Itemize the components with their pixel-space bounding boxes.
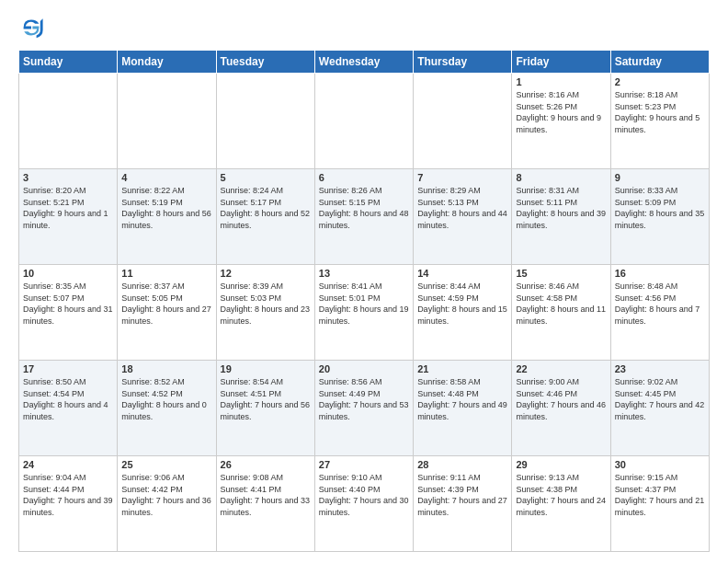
day-info: Sunrise: 8:31 AM Sunset: 5:11 PM Dayligh… (516, 185, 606, 231)
day-info: Sunrise: 8:54 AM Sunset: 4:51 PM Dayligh… (221, 376, 311, 422)
calendar-cell: 18Sunrise: 8:52 AM Sunset: 4:52 PM Dayli… (118, 361, 216, 456)
calendar-cell: 11Sunrise: 8:37 AM Sunset: 5:05 PM Dayli… (118, 265, 216, 361)
calendar-cell: 29Sunrise: 9:13 AM Sunset: 4:38 PM Dayli… (512, 456, 610, 552)
calendar-cell: 15Sunrise: 8:46 AM Sunset: 4:58 PM Dayli… (512, 265, 610, 361)
calendar-cell: 27Sunrise: 9:10 AM Sunset: 4:40 PM Dayli… (314, 456, 413, 552)
calendar-cell (216, 74, 314, 169)
calendar-week-row: 10Sunrise: 8:35 AM Sunset: 5:07 PM Dayli… (19, 265, 710, 361)
day-number: 25 (121, 459, 211, 470)
day-info: Sunrise: 9:08 AM Sunset: 4:41 PM Dayligh… (221, 472, 311, 518)
day-number: 20 (319, 363, 409, 374)
calendar-day-header-sunday: Sunday (19, 51, 118, 74)
header (18, 15, 710, 40)
calendar-cell: 14Sunrise: 8:44 AM Sunset: 4:59 PM Dayli… (414, 265, 512, 361)
day-info: Sunrise: 8:29 AM Sunset: 5:13 PM Dayligh… (417, 185, 507, 231)
day-number: 8 (516, 172, 606, 183)
day-info: Sunrise: 8:26 AM Sunset: 5:15 PM Dayligh… (319, 185, 409, 231)
calendar-day-header-friday: Friday (512, 51, 610, 74)
calendar-cell: 13Sunrise: 8:41 AM Sunset: 5:01 PM Dayli… (314, 265, 413, 361)
page: SundayMondayTuesdayWednesdayThursdayFrid… (0, 0, 728, 563)
day-info: Sunrise: 8:35 AM Sunset: 5:07 PM Dayligh… (23, 281, 113, 327)
calendar-cell: 4Sunrise: 8:22 AM Sunset: 5:19 PM Daylig… (118, 169, 216, 265)
day-number: 19 (221, 363, 311, 374)
day-info: Sunrise: 8:52 AM Sunset: 4:52 PM Dayligh… (121, 376, 211, 422)
day-number: 29 (516, 459, 606, 470)
day-number: 24 (23, 459, 113, 470)
day-info: Sunrise: 9:13 AM Sunset: 4:38 PM Dayligh… (516, 472, 606, 518)
calendar-week-row: 17Sunrise: 8:50 AM Sunset: 4:54 PM Dayli… (19, 361, 710, 456)
day-number: 23 (615, 363, 705, 374)
day-number: 10 (23, 268, 113, 279)
calendar-cell: 19Sunrise: 8:54 AM Sunset: 4:51 PM Dayli… (216, 361, 314, 456)
calendar-week-row: 1Sunrise: 8:16 AM Sunset: 5:26 PM Daylig… (19, 74, 710, 169)
day-info: Sunrise: 8:39 AM Sunset: 5:03 PM Dayligh… (221, 281, 311, 327)
day-info: Sunrise: 9:11 AM Sunset: 4:39 PM Dayligh… (417, 472, 507, 518)
day-info: Sunrise: 8:56 AM Sunset: 4:49 PM Dayligh… (319, 376, 409, 422)
day-number: 5 (221, 172, 311, 183)
day-info: Sunrise: 8:50 AM Sunset: 4:54 PM Dayligh… (23, 376, 113, 422)
day-number: 3 (23, 172, 113, 183)
day-info: Sunrise: 8:58 AM Sunset: 4:48 PM Dayligh… (417, 376, 507, 422)
calendar-cell: 16Sunrise: 8:48 AM Sunset: 4:56 PM Dayli… (610, 265, 709, 361)
day-info: Sunrise: 8:46 AM Sunset: 4:58 PM Dayligh… (516, 281, 606, 327)
day-info: Sunrise: 8:33 AM Sunset: 5:09 PM Dayligh… (615, 185, 705, 231)
day-number: 27 (319, 459, 409, 470)
day-number: 26 (221, 459, 311, 470)
calendar-cell: 30Sunrise: 9:15 AM Sunset: 4:37 PM Dayli… (610, 456, 709, 552)
calendar-cell: 24Sunrise: 9:04 AM Sunset: 4:44 PM Dayli… (19, 456, 118, 552)
day-number: 4 (121, 172, 211, 183)
day-info: Sunrise: 9:00 AM Sunset: 4:46 PM Dayligh… (516, 376, 606, 422)
calendar-day-header-wednesday: Wednesday (314, 51, 413, 74)
day-number: 12 (221, 268, 311, 279)
calendar-cell: 20Sunrise: 8:56 AM Sunset: 4:49 PM Dayli… (314, 361, 413, 456)
day-info: Sunrise: 8:16 AM Sunset: 5:26 PM Dayligh… (516, 89, 606, 135)
calendar-cell: 23Sunrise: 9:02 AM Sunset: 4:45 PM Dayli… (610, 361, 709, 456)
day-info: Sunrise: 9:06 AM Sunset: 4:42 PM Dayligh… (121, 472, 211, 518)
day-info: Sunrise: 9:10 AM Sunset: 4:40 PM Dayligh… (319, 472, 409, 518)
day-number: 22 (516, 363, 606, 374)
calendar-cell (414, 74, 512, 169)
calendar-cell: 7Sunrise: 8:29 AM Sunset: 5:13 PM Daylig… (414, 169, 512, 265)
day-info: Sunrise: 8:22 AM Sunset: 5:19 PM Dayligh… (121, 185, 211, 231)
day-number: 9 (615, 172, 705, 183)
day-number: 2 (615, 76, 705, 87)
calendar-cell: 8Sunrise: 8:31 AM Sunset: 5:11 PM Daylig… (512, 169, 610, 265)
calendar-week-row: 24Sunrise: 9:04 AM Sunset: 4:44 PM Dayli… (19, 456, 710, 552)
calendar-cell (19, 74, 118, 169)
calendar-cell: 9Sunrise: 8:33 AM Sunset: 5:09 PM Daylig… (610, 169, 709, 265)
day-number: 16 (615, 268, 705, 279)
calendar-cell: 1Sunrise: 8:16 AM Sunset: 5:26 PM Daylig… (512, 74, 610, 169)
day-number: 18 (121, 363, 211, 374)
day-info: Sunrise: 8:37 AM Sunset: 5:05 PM Dayligh… (121, 281, 211, 327)
day-info: Sunrise: 8:24 AM Sunset: 5:17 PM Dayligh… (221, 185, 311, 231)
day-number: 28 (417, 459, 507, 470)
logo (18, 15, 50, 40)
calendar-cell (314, 74, 413, 169)
calendar-cell: 5Sunrise: 8:24 AM Sunset: 5:17 PM Daylig… (216, 169, 314, 265)
day-info: Sunrise: 8:41 AM Sunset: 5:01 PM Dayligh… (319, 281, 409, 327)
day-number: 13 (319, 268, 409, 279)
calendar-cell (118, 74, 216, 169)
calendar-day-header-monday: Monday (118, 51, 216, 74)
calendar-cell: 3Sunrise: 8:20 AM Sunset: 5:21 PM Daylig… (19, 169, 118, 265)
calendar-cell: 25Sunrise: 9:06 AM Sunset: 4:42 PM Dayli… (118, 456, 216, 552)
day-number: 11 (121, 268, 211, 279)
calendar-day-header-thursday: Thursday (414, 51, 512, 74)
calendar-header-row: SundayMondayTuesdayWednesdayThursdayFrid… (19, 51, 710, 74)
calendar-day-header-tuesday: Tuesday (216, 51, 314, 74)
day-number: 15 (516, 268, 606, 279)
day-info: Sunrise: 8:48 AM Sunset: 4:56 PM Dayligh… (615, 281, 705, 327)
calendar-cell: 22Sunrise: 9:00 AM Sunset: 4:46 PM Dayli… (512, 361, 610, 456)
calendar-cell: 6Sunrise: 8:26 AM Sunset: 5:15 PM Daylig… (314, 169, 413, 265)
calendar-cell: 21Sunrise: 8:58 AM Sunset: 4:48 PM Dayli… (414, 361, 512, 456)
calendar-cell: 17Sunrise: 8:50 AM Sunset: 4:54 PM Dayli… (19, 361, 118, 456)
day-number: 21 (417, 363, 507, 374)
day-number: 30 (615, 459, 705, 470)
calendar-cell: 12Sunrise: 8:39 AM Sunset: 5:03 PM Dayli… (216, 265, 314, 361)
calendar-table: SundayMondayTuesdayWednesdayThursdayFrid… (18, 50, 710, 552)
day-number: 7 (417, 172, 507, 183)
day-number: 17 (23, 363, 113, 374)
day-number: 14 (417, 268, 507, 279)
calendar-cell: 26Sunrise: 9:08 AM Sunset: 4:41 PM Dayli… (216, 456, 314, 552)
day-info: Sunrise: 9:02 AM Sunset: 4:45 PM Dayligh… (615, 376, 705, 422)
